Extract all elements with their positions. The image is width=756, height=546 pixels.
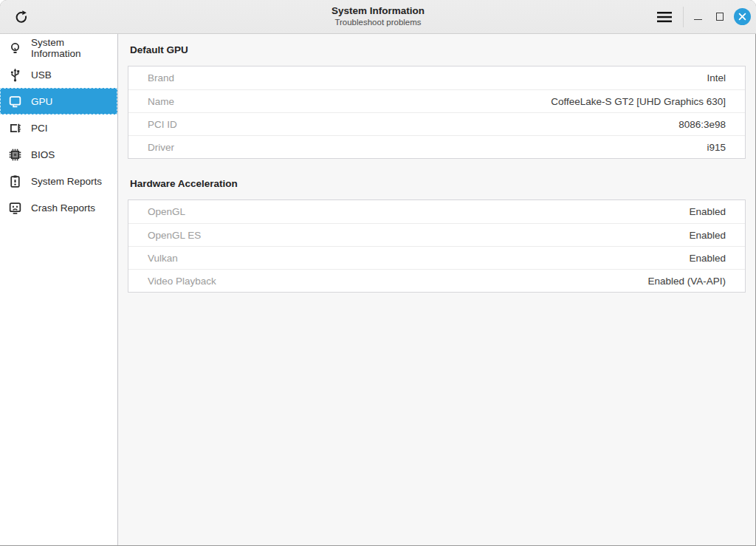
usb-icon <box>7 67 23 83</box>
table-row: PCI ID 8086:3e98 <box>128 112 745 135</box>
titlebar-separator <box>683 7 684 27</box>
section-default-gpu: Default GPU Brand Intel Name CoffeeLake-… <box>128 44 746 159</box>
row-value: Enabled <box>689 230 726 241</box>
row-value: Intel <box>707 72 726 83</box>
table-row: Name CoffeeLake-S GT2 [UHD Graphics 630] <box>128 89 745 112</box>
row-label: Name <box>148 96 174 107</box>
maximize-icon <box>716 13 724 21</box>
close-button[interactable] <box>734 8 751 25</box>
row-label: Brand <box>148 72 174 83</box>
row-label: Driver <box>148 142 174 153</box>
row-label: PCI ID <box>148 119 177 130</box>
window-title-block: System Information Troubleshoot problems <box>331 5 425 28</box>
crashed-screen-icon <box>7 200 23 216</box>
section-title: Hardware Acceleration <box>130 177 746 191</box>
sidebar-item-label: USB <box>31 69 52 81</box>
sidebar-item-label: PCI <box>31 123 48 134</box>
table-row: OpenGL ES Enabled <box>128 223 745 246</box>
table-row: Vulkan Enabled <box>128 246 745 269</box>
menu-button[interactable] <box>649 4 680 30</box>
info-table: Brand Intel Name CoffeeLake-S GT2 [UHD G… <box>128 66 746 159</box>
sidebar-item-bios[interactable]: BIOS <box>0 141 117 168</box>
expansion-card-icon <box>7 120 23 136</box>
table-row: OpenGL Enabled <box>128 200 745 223</box>
refresh-button[interactable] <box>9 5 32 29</box>
sidebar-item-label: BIOS <box>31 149 55 160</box>
clipboard-alert-icon <box>7 174 23 189</box>
info-table: OpenGL Enabled OpenGL ES Enabled Vulkan … <box>128 199 746 293</box>
minimize-button[interactable] <box>687 6 709 28</box>
content-panel: Default GPU Brand Intel Name CoffeeLake-… <box>118 34 756 545</box>
table-row: Video Playback Enabled (VA-API) <box>128 269 745 292</box>
sidebar-item-system-reports[interactable]: System Reports <box>0 168 117 194</box>
row-value: Enabled <box>689 206 726 217</box>
section-hardware-acceleration: Hardware Acceleration OpenGL Enabled Ope… <box>128 177 746 293</box>
row-value: 8086:3e98 <box>678 119 726 130</box>
close-icon <box>738 12 747 21</box>
row-value: Enabled (VA-API) <box>647 276 726 287</box>
sidebar-item-pci[interactable]: PCI <box>0 115 117 141</box>
table-row: Brand Intel <box>128 66 745 89</box>
table-row: Driver i915 <box>128 135 745 158</box>
row-label: OpenGL <box>148 206 185 217</box>
window-title: System Information <box>331 5 425 18</box>
chip-icon <box>7 147 23 163</box>
monitor-icon <box>7 94 23 109</box>
sidebar-item-system-information[interactable]: System Information <box>0 35 117 61</box>
row-label: OpenGL ES <box>148 230 201 241</box>
minimize-icon <box>694 19 702 21</box>
sidebar-item-gpu[interactable]: GPU <box>0 88 117 115</box>
window-subtitle: Troubleshoot problems <box>331 18 425 28</box>
sidebar: System Information USB <box>0 34 118 545</box>
row-value: i915 <box>707 142 726 153</box>
refresh-icon <box>13 9 29 24</box>
main-area: System Information USB <box>0 34 756 545</box>
row-label: Video Playback <box>148 276 216 287</box>
titlebar-controls <box>649 4 756 30</box>
row-value: Enabled <box>689 253 726 264</box>
sidebar-item-label: System Reports <box>31 176 102 187</box>
sidebar-item-usb[interactable]: USB <box>0 61 117 88</box>
section-title: Default GPU <box>130 44 746 57</box>
sidebar-item-label: System Information <box>31 37 112 59</box>
maximize-button[interactable] <box>709 6 731 28</box>
row-label: Vulkan <box>148 253 178 264</box>
titlebar: System Information Troubleshoot problems <box>0 0 756 34</box>
sidebar-item-label: Crash Reports <box>31 202 95 214</box>
sidebar-item-crash-reports[interactable]: Crash Reports <box>0 194 117 221</box>
sidebar-item-label: GPU <box>31 96 52 107</box>
app-window: System Information Troubleshoot problems <box>0 0 756 546</box>
lightbulb-icon <box>7 41 23 56</box>
row-value: CoffeeLake-S GT2 [UHD Graphics 630] <box>551 96 726 107</box>
hamburger-menu-icon <box>657 11 672 23</box>
